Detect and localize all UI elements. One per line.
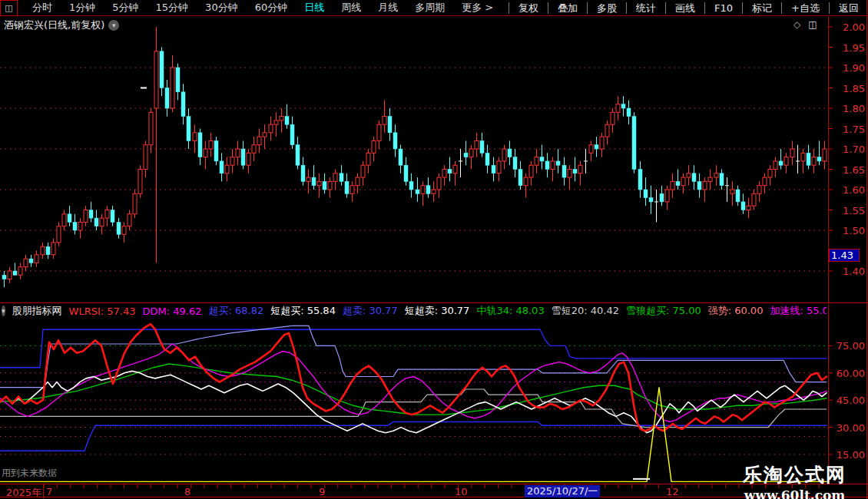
price-axis-label: 1.50 <box>831 225 865 236</box>
indicator-value-中轨34: 中轨34: 48.03 <box>476 305 544 317</box>
menu-item-1分钟[interactable]: 1分钟 <box>61 1 104 15</box>
indicator-value-强势: 强势: 60.00 <box>708 305 764 317</box>
indicator-axis-label: 60.00 <box>831 368 865 379</box>
menu-item-30分钟[interactable]: 30分钟 <box>197 1 247 15</box>
menu-item-多周期[interactable]: 多周期 <box>406 1 453 15</box>
year-label: 2025年 <box>6 486 41 499</box>
highlighted-date-badge: 2025/10/27/一 <box>525 485 600 497</box>
price-axis-label: 1.80 <box>831 103 865 114</box>
timeline-bar[interactable]: 2025年 2025/10/27/一 7891012 <box>0 484 868 497</box>
timeline-divider <box>43 484 44 498</box>
menu-item-周线[interactable]: 周线 <box>333 1 369 15</box>
menu-item-更多 >[interactable]: 更多 > <box>453 1 502 15</box>
tool-item-叠加[interactable]: 叠加 <box>548 2 587 14</box>
tool-item-画线[interactable]: 画线 <box>665 2 704 14</box>
future-data-note: 用到未来数据 <box>2 467 57 480</box>
window-icon[interactable]: ◫ <box>0 0 18 16</box>
watermark-url: www.60lt.com <box>743 487 846 499</box>
tool-item-统计[interactable]: 统计 <box>626 2 665 14</box>
indicator-value-超卖: 超卖: 30.77 <box>343 305 398 317</box>
month-label-9: 9 <box>319 486 325 497</box>
indicator-value-WLRSI: WLRSI: 57.43 <box>69 306 136 317</box>
month-label-10: 10 <box>455 486 468 497</box>
menu-item-分时[interactable]: 分时 <box>24 1 61 15</box>
month-label-12: 12 <box>666 486 679 497</box>
price-axis-label: 1.70 <box>831 144 865 155</box>
indicator-axis-label: 75.00 <box>831 340 865 352</box>
tool-item-F10[interactable]: F10 <box>704 2 742 14</box>
tool-item-复权[interactable]: 复权 <box>509 2 548 14</box>
price-axis-label: 1.95 <box>831 42 865 54</box>
chevron-down-icon[interactable]: ▾ <box>108 20 119 31</box>
tool-item-返回[interactable]: 返回 <box>829 2 868 14</box>
chart-canvas[interactable] <box>0 0 868 499</box>
tool-item-标记[interactable]: 标记 <box>742 2 781 14</box>
panel-layout-icon[interactable]: ◫ <box>808 19 817 30</box>
indicator-value-加速线: 加速线: 55.00 <box>770 305 827 317</box>
diamond-icon[interactable]: ◇ <box>793 19 800 30</box>
menu-item-15分钟[interactable]: 15分钟 <box>147 1 197 15</box>
menu-item-5分钟[interactable]: 5分钟 <box>104 1 147 15</box>
month-label-8: 8 <box>184 486 190 497</box>
menu-item-月线[interactable]: 月线 <box>369 1 406 15</box>
menu-item-日线[interactable]: 日线 <box>296 1 333 15</box>
chart-corner-icons: ◇ ◫ <box>793 19 817 30</box>
tool-item-多股[interactable]: 多股 <box>587 2 626 14</box>
stock-title-row: 酒钢宏兴(日线,前复权) ▾ <box>4 18 119 32</box>
indicator-value-雪短20: 雪短20: 40.42 <box>552 305 619 317</box>
indicator-axis-label: 30.00 <box>831 422 865 434</box>
price-axis-label: 1.60 <box>831 184 865 196</box>
indicator-value-超买: 超买: 68.82 <box>208 305 263 317</box>
price-axis-label: 1.55 <box>831 205 865 216</box>
current-price-badge: 1.43 <box>829 249 860 262</box>
menu-item-60分钟[interactable]: 60分钟 <box>247 1 297 15</box>
indicator-value-短超买: 短超买: 55.84 <box>270 305 336 317</box>
price-axis-label: 1.90 <box>831 62 865 74</box>
stock-title: 酒钢宏兴(日线,前复权) <box>4 18 104 32</box>
indicator-brand: 股朋指标网 <box>12 305 62 317</box>
price-axis-label: 2.00 <box>831 21 865 33</box>
indicator-value-DDM: DDM: 49.62 <box>142 306 201 317</box>
top-menu-bar: ◫ 分时1分钟5分钟15分钟30分钟60分钟日线周线月线多周期更多 > 复权叠加… <box>0 0 868 16</box>
indicator-axis-label: 45.00 <box>831 395 865 406</box>
price-axis-label: 1.75 <box>831 124 865 135</box>
indicator-value-雪狼超买: 雪狼超买: 75.00 <box>626 305 701 317</box>
month-label-7: 7 <box>46 486 52 497</box>
tool-menu: 复权叠加多股统计画线F10标记+自选返回 <box>509 0 868 16</box>
watermark: 乐淘公式网 www.60lt.com <box>743 462 846 499</box>
price-axis-label: 1.85 <box>831 83 865 94</box>
tool-item-+自选[interactable]: +自选 <box>781 2 829 14</box>
indicator-header: ▾ 股朋指标网 WLRSI: 57.43DDM: 49.62超买: 68.82短… <box>2 305 827 317</box>
indicator-value-短超卖: 短超卖: 30.77 <box>405 305 470 317</box>
watermark-site-name: 乐淘公式网 <box>743 462 846 487</box>
price-axis-label: 1.65 <box>831 164 865 176</box>
indicator-axis-label: 15.00 <box>831 449 865 461</box>
period-menu: 分时1分钟5分钟15分钟30分钟60分钟日线周线月线多周期更多 > <box>24 1 502 15</box>
price-axis-label: 1.40 <box>831 266 865 277</box>
indicator-chevron-icon[interactable]: ▾ <box>2 306 5 316</box>
